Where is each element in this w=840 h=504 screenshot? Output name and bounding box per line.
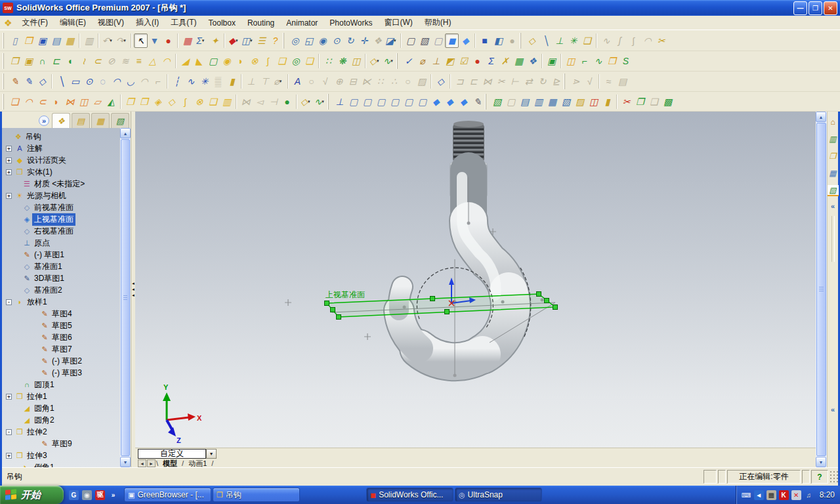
menu-item[interactable]: 窗口(W): [378, 16, 418, 30]
hole-callout[interactable]: ∷: [373, 74, 387, 89]
tree-item[interactable]: ∩ 圆顶1: [2, 379, 120, 390]
expand-toggle[interactable]: +: [6, 394, 12, 400]
viewport-scrollbar[interactable]: ▲ ▼: [816, 112, 827, 467]
tray-keyboard[interactable]: ⌨: [742, 490, 751, 500]
tray-utility[interactable]: ▩: [766, 490, 776, 500]
note[interactable]: A: [291, 74, 304, 89]
trimetric-view[interactable]: ◆: [443, 94, 457, 109]
taskbar-clock[interactable]: 8:20: [820, 490, 835, 499]
lofted-boss[interactable]: ⊂: [91, 54, 104, 68]
dropdown-arrow-icon[interactable]: ▾: [236, 38, 240, 43]
equations[interactable]: Σ: [484, 54, 498, 68]
dimxpert[interactable]: ✗: [498, 54, 512, 68]
swept-cut[interactable]: ⊘: [104, 54, 118, 68]
face-curves[interactable]: ⌐: [578, 54, 591, 68]
weld-symbol[interactable]: ⋉: [360, 74, 373, 89]
draft[interactable]: △: [146, 54, 159, 68]
expand-toggle[interactable]: [13, 217, 19, 222]
wrap[interactable]: ◗: [234, 54, 247, 68]
tray-network-disconnected[interactable]: ✕: [791, 490, 801, 500]
tray-volume[interactable]: ♫: [804, 490, 814, 500]
delete-face[interactable]: ⊗: [247, 54, 261, 68]
horizontal-dimension[interactable]: ⊤: [258, 74, 272, 89]
curves[interactable]: ∿▾: [382, 54, 396, 68]
rotate-view[interactable]: ↻: [343, 33, 357, 48]
sketch-picture[interactable]: ▤: [616, 74, 629, 89]
tree-item[interactable]: ◇ 前视基准面: [2, 201, 120, 213]
3-point-arc[interactable]: ◠: [137, 74, 151, 89]
tree-item[interactable]: ✎ (-) 草图3: [2, 367, 120, 379]
hole-wizard[interactable]: ◉: [220, 54, 234, 68]
rib[interactable]: ≡: [132, 54, 146, 68]
indent[interactable]: ◎: [289, 54, 303, 68]
expand-toggle[interactable]: [13, 417, 19, 423]
deform[interactable]: ❑: [275, 54, 289, 68]
tree-item[interactable]: + ◆ 设计活页夹: [2, 154, 120, 166]
tree-item[interactable]: ✎ 草图9: [2, 438, 120, 450]
filled-surface[interactable]: ●: [280, 94, 294, 109]
split-line[interactable]: ✂: [654, 33, 668, 48]
view-palette-icon[interactable]: ▧: [828, 185, 839, 196]
menu-item[interactable]: 工具(T): [165, 16, 202, 30]
select[interactable]: ↖: [134, 33, 148, 48]
propertymanager-tab[interactable]: ▤: [72, 113, 90, 128]
tree-item[interactable]: ❖ 吊钩: [2, 131, 120, 142]
modify-sketch[interactable]: ◇: [35, 74, 49, 89]
menu-item[interactable]: 插入(I): [130, 16, 165, 30]
circular-pattern[interactable]: ❋: [335, 54, 349, 68]
diameter-dimension[interactable]: ⌀▾: [272, 74, 285, 89]
quicklaunch-media[interactable]: ◉: [82, 490, 92, 500]
copy-scene[interactable]: ❐: [633, 94, 647, 109]
section-properties[interactable]: ◩: [443, 54, 457, 68]
shell[interactable]: ▢: [206, 54, 220, 68]
menu-item[interactable]: 帮助(H): [419, 16, 457, 30]
curve-through-points[interactable]: ◠: [640, 33, 654, 48]
shadows-in-shaded-mode[interactable]: ■: [478, 33, 492, 48]
mass-properties[interactable]: ⊥: [429, 54, 443, 68]
section-cap[interactable]: ◧: [492, 33, 505, 48]
tree-item[interactable]: ◇ 右视基准面: [2, 225, 120, 237]
material-editor[interactable]: ▮: [600, 94, 614, 109]
panel-chevron-icon[interactable]: »: [39, 116, 49, 126]
tree-item[interactable]: ◇ 基准面2: [2, 284, 120, 296]
render-last[interactable]: ▦: [545, 94, 559, 109]
task-solidworks[interactable]: ◼ SolidWorks Offic...: [366, 488, 453, 502]
centerpoint-arc[interactable]: ◠: [110, 74, 123, 89]
expand-toggle[interactable]: [31, 370, 37, 376]
graphics-viewport[interactable]: 上视基准面 Y X Z 自定义: [135, 112, 816, 467]
collapse-pane-icon[interactable]: «: [831, 202, 835, 210]
rectangle[interactable]: ▭: [68, 74, 82, 89]
chamfer[interactable]: ◣: [192, 54, 206, 68]
print[interactable]: ▥: [82, 33, 96, 48]
scene-editor[interactable]: ◫: [587, 94, 600, 109]
hatch[interactable]: ▒: [211, 74, 225, 89]
tree-item[interactable]: ◢ 圆角2: [2, 414, 120, 426]
tangent-arc[interactable]: ◡: [123, 74, 137, 89]
tree-item[interactable]: + ❒ 拉伸1: [2, 390, 120, 402]
rapid-sketch[interactable]: ≈: [602, 74, 616, 89]
expand-toggle[interactable]: [13, 252, 19, 258]
line[interactable]: ╲: [54, 74, 68, 89]
shaded-with-edges[interactable]: ◼: [445, 33, 459, 48]
sketch-curves[interactable]: ∿: [591, 54, 605, 68]
expand-toggle[interactable]: +: [6, 146, 12, 152]
zoom-in-out[interactable]: ◉: [316, 33, 329, 48]
measure[interactable]: ⌀: [415, 54, 429, 68]
panel-splitter[interactable]: ◄ ◄ ◄: [131, 112, 135, 467]
extruded-thin[interactable]: ▣: [22, 54, 35, 68]
display-lights[interactable]: ●: [161, 33, 175, 48]
menu-item[interactable]: Animator: [280, 17, 324, 29]
dropdown-arrow-icon[interactable]: ▾: [390, 58, 394, 64]
perimeter-circle[interactable]: ◌: [96, 74, 110, 89]
extruded-cut[interactable]: ⊏: [49, 54, 63, 68]
minimize-button[interactable]: —: [793, 1, 807, 15]
untrim-surface[interactable]: ▥: [220, 94, 234, 109]
balloon[interactable]: ○: [304, 74, 318, 89]
isometric-view[interactable]: ◆: [429, 94, 443, 109]
shaded[interactable]: ◆: [459, 33, 472, 48]
zoom-to-selection[interactable]: ⊙: [329, 33, 343, 48]
selection-filter[interactable]: ▼: [148, 33, 161, 48]
datum-feature[interactable]: ⊟: [346, 74, 360, 89]
cut-with-surface[interactable]: ◈: [151, 94, 165, 109]
quicklaunch-driver[interactable]: 驱: [95, 490, 105, 500]
